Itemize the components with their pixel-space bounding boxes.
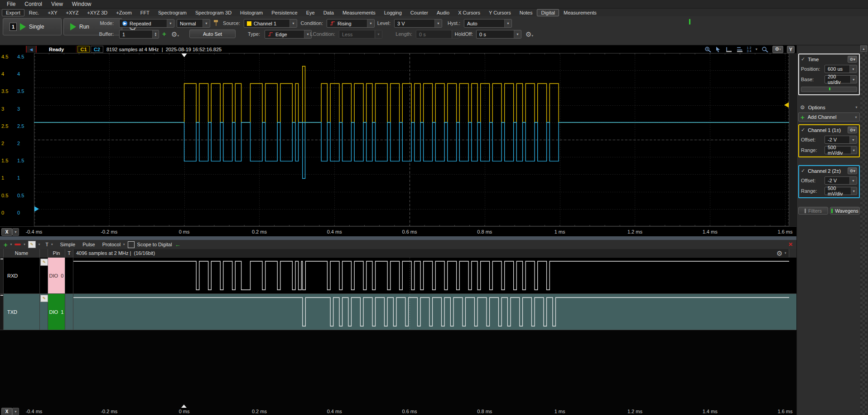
time-check-icon[interactable]: ✓ <box>801 56 805 62</box>
single-button[interactable]: 1 Single <box>3 18 62 35</box>
tab-counter[interactable]: Counter <box>406 9 432 16</box>
scope-waveform-canvas[interactable] <box>34 53 789 226</box>
tab-audio[interactable]: Audio <box>433 9 453 16</box>
channel1-gear-button[interactable]: ⚙▾ <box>848 127 857 133</box>
remove-signal-icon[interactable] <box>14 244 21 245</box>
add-channel-button[interactable]: + Add Channel▼ <box>798 112 860 122</box>
signal-name-cell[interactable]: RXD <box>4 258 40 293</box>
channel1-check-icon[interactable]: ✓ <box>801 127 805 133</box>
y-cursor-tool-icon[interactable] <box>736 46 743 53</box>
channel2-offset-select[interactable]: -2 V▼ <box>825 176 857 185</box>
digital-settings-gear-icon[interactable]: ⚙ <box>776 250 782 257</box>
channel2-range-select[interactable]: 500 mV/div▼ <box>825 187 857 195</box>
wavegens-button[interactable]: Wavegens <box>830 207 860 215</box>
y-axis-button[interactable]: Y <box>787 46 795 53</box>
trigger-cell[interactable] <box>65 258 73 293</box>
tab-y-cursors[interactable]: Y Cursors <box>485 9 515 16</box>
protocol-button[interactable]: Protocol <box>102 242 121 247</box>
filters-button[interactable]: Filters <box>798 207 828 215</box>
mode-select[interactable]: ▶ Repeated▼ <box>119 19 174 28</box>
digital-close-x-button[interactable]: X <box>1 408 12 415</box>
hyst-select[interactable]: Auto▼ <box>464 19 512 28</box>
c2-status-badge[interactable]: C2 <box>91 46 103 53</box>
zoom-tool-icon[interactable] <box>762 46 769 53</box>
add-signal-icon[interactable]: + <box>4 241 8 248</box>
pencil-icon[interactable]: ✎ <box>40 295 48 302</box>
channel2-gear-button[interactable]: ⚙▾ <box>848 167 857 174</box>
channel1-range-select[interactable]: 500 mV/div▼ <box>825 146 857 154</box>
tab-x-cursors[interactable]: X Cursors <box>454 9 484 16</box>
zoom-in-icon[interactable] <box>704 46 712 53</box>
buffer-spinner[interactable]: 1▲▼ <box>119 30 159 39</box>
tab-data[interactable]: Data <box>319 9 338 16</box>
slider-thumb[interactable] <box>829 88 830 90</box>
tab-persistence[interactable]: Persistence <box>267 9 301 16</box>
scope-close-x-button[interactable]: X <box>1 228 12 236</box>
txd-waveform-canvas[interactable] <box>73 294 789 330</box>
pin-cell[interactable]: DIO 0 <box>48 258 65 293</box>
section-splitter[interactable] <box>0 236 868 240</box>
tab--xyz-3d[interactable]: +XYZ 3D <box>83 9 111 16</box>
pencil-icon[interactable]: ✎ <box>40 259 48 266</box>
autoset-button[interactable]: Auto Set <box>189 29 236 38</box>
base-select[interactable]: 200 us/div▼ <box>825 75 857 83</box>
signal-name-cell[interactable]: TXD <box>4 294 40 330</box>
panel-scrollbar-track[interactable] <box>860 45 867 415</box>
tab-notes[interactable]: Notes <box>516 9 537 16</box>
tab-fft[interactable]: FFT <box>136 9 154 16</box>
holdoff-select[interactable]: 0 s▼ <box>476 30 521 39</box>
digital-trigger-position-marker[interactable] <box>181 405 187 408</box>
tab-measurements[interactable]: Measurements <box>338 9 380 16</box>
tab--xy[interactable]: +XY <box>43 9 61 16</box>
scope-plot-area[interactable] <box>34 53 789 226</box>
x-cursor-tool-icon[interactable] <box>725 46 733 53</box>
trigger-t-button[interactable]: T <box>45 242 48 247</box>
menu-file[interactable]: File <box>3 1 19 7</box>
tab-logging[interactable]: Logging <box>380 9 406 16</box>
source-select[interactable]: Channel 1▼ <box>244 19 297 28</box>
quad-view-icon[interactable]: 1 23 4 <box>747 46 752 53</box>
c1-status-badge[interactable]: C1 <box>77 46 90 53</box>
trigger-mode-select[interactable]: Normal▼ <box>177 19 210 28</box>
edit-signal-caret-icon[interactable]: ▾ <box>39 243 40 246</box>
cursor-mode-icon[interactable] <box>715 46 722 53</box>
tab-digital[interactable]: Digital <box>537 9 559 16</box>
rxd-waveform-canvas[interactable] <box>73 258 789 293</box>
trigger-gear2-icon[interactable]: ⚙▾ <box>526 31 533 38</box>
view-options-caret-icon[interactable]: ▼ <box>755 48 758 51</box>
panel-scrollbar-up-icon[interactable]: ▲ <box>860 45 867 52</box>
tab-export[interactable]: Export <box>2 9 24 16</box>
plot-settings-gear-button[interactable]: ⚙▾ <box>772 46 783 53</box>
simple-button[interactable]: Simple <box>60 242 76 247</box>
scope-to-digital-checkbox[interactable] <box>128 241 135 248</box>
channel2-check-icon[interactable]: ✓ <box>801 168 805 174</box>
menu-window[interactable]: Window <box>68 1 96 7</box>
menu-view[interactable]: View <box>47 1 67 7</box>
tab-measurements[interactable]: Measurements <box>559 9 601 16</box>
channel1-offset-select[interactable]: -2 V▼ <box>825 136 857 144</box>
edit-signal-icon[interactable]: ✎ <box>28 241 36 248</box>
close-digital-icon[interactable]: ✕ <box>788 241 793 248</box>
tab-rec-[interactable]: Rec. <box>25 9 43 16</box>
buffer-add-icon[interactable]: + <box>162 30 166 37</box>
apply-arrow-icon[interactable]: ← <box>175 241 181 248</box>
tab-spectrogram-3d[interactable]: Spectrogram 3D <box>191 9 236 16</box>
digital-settings-caret-icon[interactable]: ▾ <box>785 251 786 255</box>
tab--zoom[interactable]: +Zoom <box>112 9 136 16</box>
lcondition-select[interactable]: Less▼ <box>339 30 382 39</box>
pulse-button[interactable]: Pulse <box>82 242 95 247</box>
buffer-gear-icon[interactable]: ⚙▾ <box>171 31 179 38</box>
tab-histogram[interactable]: Histogram <box>236 9 267 16</box>
tab-eye[interactable]: Eye <box>302 9 319 16</box>
scope-x-axis-caret-icon[interactable]: ▼ <box>12 228 19 236</box>
tab-spectrogram[interactable]: Spectrogram <box>154 9 191 16</box>
condition-select[interactable]: Rising▼ <box>327 19 375 28</box>
trigger-t-caret-icon[interactable]: ▾ <box>51 243 53 246</box>
level-select[interactable]: 3 V▼ <box>394 19 442 28</box>
tab--xyz[interactable]: +XYZ <box>62 9 83 16</box>
time-gear-button[interactable]: ⚙▾ <box>848 56 857 63</box>
trigger-cell[interactable] <box>65 294 73 330</box>
remove-signal-caret-icon[interactable]: ▾ <box>24 243 25 246</box>
options-bar[interactable]: ⚙ Options▼ <box>798 103 860 111</box>
digital-x-axis-caret-icon[interactable]: ▼ <box>12 408 19 415</box>
